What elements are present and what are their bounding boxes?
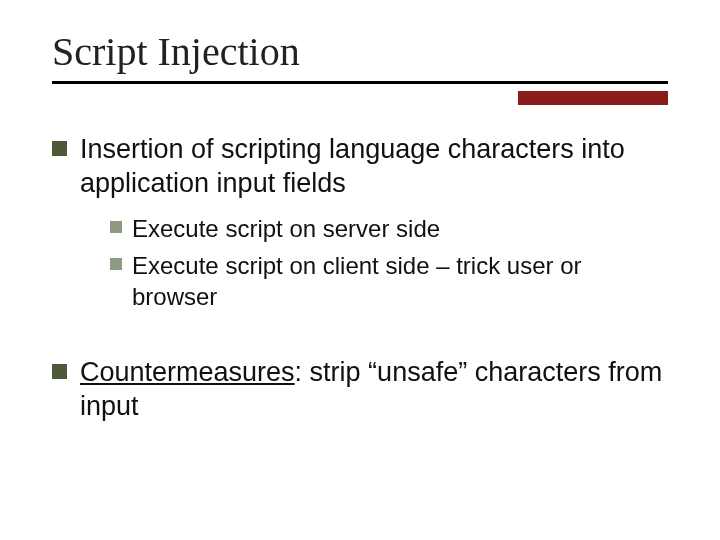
countermeasures-label: Countermeasures	[80, 357, 295, 387]
bullet-1: Insertion of scripting language characte…	[52, 133, 668, 312]
bullet-2-text: Countermeasures: strip “unsafe” characte…	[80, 357, 662, 421]
sub-bullet-1: Execute script on server side	[110, 213, 668, 244]
slide: Script Injection Insertion of scripting …	[0, 0, 720, 540]
sub-list-1: Execute script on server side Execute sc…	[110, 213, 668, 313]
bullet-list-2: Countermeasures: strip “unsafe” characte…	[52, 356, 668, 424]
title-rule-long	[52, 81, 668, 84]
bullet-1-text: Insertion of scripting language characte…	[80, 134, 625, 198]
bullet-2: Countermeasures: strip “unsafe” characte…	[52, 356, 668, 424]
slide-title: Script Injection	[52, 28, 668, 75]
square-bullet-icon	[110, 258, 122, 270]
square-bullet-icon	[110, 221, 122, 233]
square-bullet-icon	[52, 141, 67, 156]
sub-bullet-2: Execute script on client side – trick us…	[110, 250, 668, 312]
square-bullet-icon	[52, 364, 67, 379]
title-rule-short	[518, 91, 668, 105]
spacer	[52, 330, 668, 356]
sub-bullet-2-text: Execute script on client side – trick us…	[132, 252, 582, 310]
bullet-list: Insertion of scripting language characte…	[52, 133, 668, 312]
sub-bullet-1-text: Execute script on server side	[132, 215, 440, 242]
title-rule-area	[52, 81, 668, 111]
